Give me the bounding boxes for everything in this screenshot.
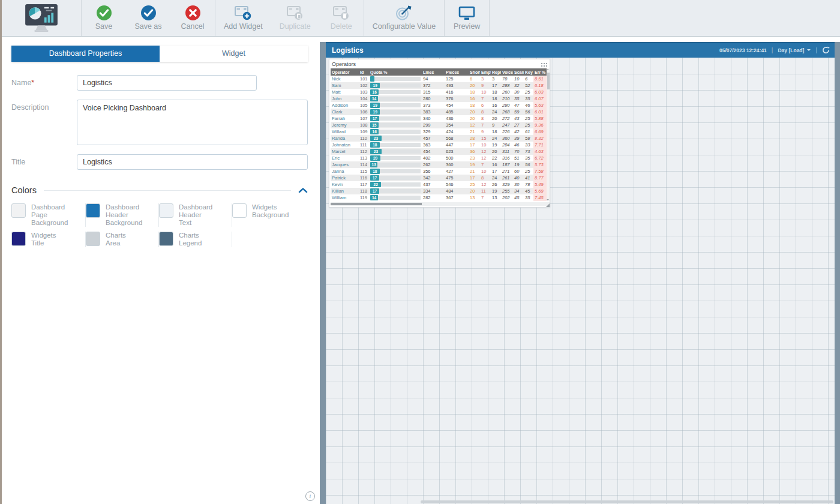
cell-empty: 8 xyxy=(480,115,491,122)
table-row: Patrick116173424751782426140418.77 xyxy=(331,175,547,181)
color-swatch-widgets-background[interactable] xyxy=(232,203,247,218)
cell-key: 25 xyxy=(524,89,533,95)
toolbar-button-save-as[interactable]: Save as xyxy=(126,0,170,36)
cell-repl: 26 xyxy=(491,181,501,188)
color-swatch-label: ChartsLegend xyxy=(179,232,202,247)
cell-key: 56 xyxy=(524,109,533,115)
cell-operator: Eric xyxy=(331,155,359,161)
canvas-horizontal-scroll-thumb[interactable] xyxy=(421,500,833,503)
cell-scan: 42 xyxy=(513,128,524,135)
cell-pieces: 436 xyxy=(445,115,469,122)
table-horizontal-scrollbar[interactable] xyxy=(331,202,550,206)
info-icon[interactable]: i xyxy=(305,491,315,501)
name-field-row: Name* xyxy=(11,75,308,91)
cell-quota xyxy=(369,76,422,82)
cell-lines: 299 xyxy=(422,122,445,128)
time-range-selector[interactable]: Day [Load] xyxy=(778,47,811,53)
quota-badge: 14 xyxy=(370,96,378,101)
cell-err: 5.49 xyxy=(533,181,547,188)
configurable-value-icon xyxy=(395,4,413,21)
cell-voice: 210 xyxy=(501,95,513,102)
table-row: Jeremy10815299354127924727259.36 xyxy=(331,122,547,128)
name-input[interactable] xyxy=(77,75,257,91)
quota-bar: 14 xyxy=(370,195,421,200)
quota-badge: 19 xyxy=(370,103,380,108)
horizontal-scroll-thumb[interactable] xyxy=(331,203,422,205)
color-swatch-label: WidgetsBackground xyxy=(252,203,289,219)
color-swatch-label: Dashboard HeaderBackground xyxy=(106,203,155,227)
toolbar-button-preview[interactable]: Preview xyxy=(445,0,489,36)
cell-pieces: 475 xyxy=(445,175,469,181)
color-swatch-dashboard-header-background[interactable] xyxy=(86,203,100,218)
cell-quota: 14 xyxy=(369,95,422,102)
cell-lines: 94 xyxy=(422,76,445,82)
cell-shorts: 25 xyxy=(469,181,480,188)
cell-operator: Nick xyxy=(331,76,359,82)
color-swatch-dashboard-header-text[interactable] xyxy=(159,203,173,218)
cell-shorts: 21 xyxy=(469,168,480,175)
vertical-scroll-thumb[interactable] xyxy=(547,73,550,89)
color-swatch-charts-area[interactable] xyxy=(86,232,100,246)
color-swatch-charts-legend[interactable] xyxy=(159,232,173,246)
dashboard-canvas[interactable]: Operators OperatorIdQuota %LinesPiecesSh… xyxy=(326,58,835,504)
cell-err: 6.72 xyxy=(533,155,547,161)
right-edge-bar[interactable] xyxy=(835,42,840,504)
table-vertical-scrollbar[interactable] xyxy=(547,68,550,201)
dashboard-monitor-logo-icon xyxy=(23,4,60,32)
collapse-colors-button[interactable] xyxy=(298,187,308,193)
dashboard-header: Logistics 05/07/2023 12:24:41 | Day [Loa… xyxy=(326,42,835,58)
color-swatch-label: WidgetsTitle xyxy=(31,232,56,247)
cell-voice: 272 xyxy=(501,115,513,122)
cell-voice: 247 xyxy=(501,122,513,128)
header-separator: | xyxy=(815,47,817,53)
toolbar-button-add-widget[interactable]: Add Widget xyxy=(215,0,271,36)
cell-shorts: 21 xyxy=(469,128,480,135)
table-row: Killian1181733448420111925534455.69 xyxy=(331,188,547,194)
cell-scan: 60 xyxy=(513,168,524,175)
cell-id: 112 xyxy=(359,148,369,155)
quota-bar xyxy=(370,76,421,82)
cell-voice: 255 xyxy=(501,188,513,194)
color-swatch-widgets-title[interactable] xyxy=(11,232,26,246)
cell-lines: 437 xyxy=(422,181,445,188)
cell-scan: 35 xyxy=(513,95,524,102)
scroll-down-arrow-icon[interactable] xyxy=(547,199,549,200)
cell-err: 6.69 xyxy=(533,128,547,135)
cell-shorts: 28 xyxy=(469,135,480,142)
quota-bar: 17 xyxy=(370,188,421,194)
widget-resize-handle[interactable] xyxy=(546,203,550,207)
cell-lines: 457 xyxy=(422,135,445,142)
toolbar-button-cancel[interactable]: Cancel xyxy=(170,0,215,36)
panel-tabs: Dashboard Properties Widget xyxy=(11,46,308,62)
toolbar-button-save[interactable]: Save xyxy=(82,0,126,36)
color-swatch-dashboard-page-background[interactable] xyxy=(11,203,26,218)
description-textarea[interactable]: Voice Picking Dashboard xyxy=(77,100,308,145)
cell-operator: Kevin xyxy=(331,181,359,188)
cell-err: 6.18 xyxy=(533,82,547,89)
cell-id: 116 xyxy=(359,175,369,181)
cell-key: 33 xyxy=(524,142,533,148)
cell-repl: 24 xyxy=(491,135,501,142)
table-row: Johnatan1111836344717101928446337.71 xyxy=(331,142,547,148)
cell-id: 102 xyxy=(359,82,369,89)
caret-down-icon xyxy=(807,49,811,53)
column-header-lines: Lines xyxy=(422,68,445,76)
operators-widget[interactable]: Operators OperatorIdQuota %LinesPiecesSh… xyxy=(329,59,550,208)
title-input[interactable] xyxy=(77,154,308,170)
cell-repl: 22 xyxy=(491,155,501,161)
color-setting-dashboard-header-text: Dashboard HeaderText xyxy=(159,203,232,227)
drag-handle-icon[interactable] xyxy=(541,62,547,67)
cell-scan: 70 xyxy=(513,148,524,155)
tab-widget[interactable]: Widget xyxy=(160,46,308,62)
colors-section-header: Colors xyxy=(11,185,308,195)
cell-quota: 18 xyxy=(369,168,422,175)
cell-quota: 17 xyxy=(369,188,422,194)
cell-pieces: 568 xyxy=(445,135,469,142)
cell-scan: 30 xyxy=(513,89,524,95)
cell-id: 119 xyxy=(359,194,369,201)
scroll-up-arrow-icon[interactable] xyxy=(547,69,549,70)
cell-key: 35 xyxy=(524,95,533,102)
toolbar-button-configurable-value[interactable]: Configurable Value xyxy=(364,0,444,36)
refresh-button[interactable] xyxy=(822,46,830,54)
tab-dashboard-properties[interactable]: Dashboard Properties xyxy=(11,46,160,62)
